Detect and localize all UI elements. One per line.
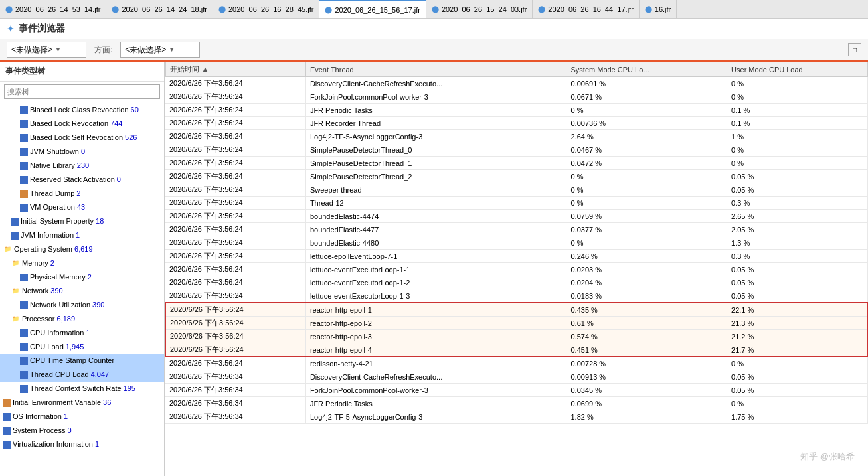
table-row[interactable]: 2020/6/26 下午3:56:24boundedElastic-44800 … <box>165 236 867 250</box>
folder-icon: 📁 <box>11 287 20 296</box>
tab-t4[interactable]: ⬤2020_06_26_15_56_17.jfr <box>319 0 426 19</box>
tab-label: 2020_06_26_15_24_03.jfr <box>442 5 527 13</box>
tree-item-biased-lock-self[interactable]: Biased Lock Self Revocation 526 <box>0 131 164 145</box>
folder-icon: 📁 <box>11 315 20 324</box>
tree-label: System Process <box>13 425 65 436</box>
tab-t1[interactable]: ⬤2020_06_26_14_53_14.jfr <box>0 0 106 19</box>
table-cell-sys_cpu: 0.0472 % <box>566 157 727 170</box>
table-cell-thread: boundedElastic-4474 <box>305 210 566 223</box>
tree-container[interactable]: Biased Lock Class Revocation 60Biased Lo… <box>0 102 164 476</box>
tree-label: Initial Environment Variable <box>13 397 101 408</box>
table-row[interactable]: 2020/6/26 下午3:56:24boundedElastic-44740.… <box>165 210 867 223</box>
table-cell-time: 2020/6/26 下午3:56:24 <box>165 223 305 236</box>
tree-count: 1 <box>95 439 99 450</box>
table-cell-thread: redisson-netty-4-21 <box>305 357 566 370</box>
content-area: 事件类型树 Biased Lock Class Revocation 60Bia… <box>0 62 868 476</box>
tree-item-biased-lock[interactable]: Biased Lock Revocation 744 <box>0 117 164 131</box>
table-row[interactable]: 2020/6/26 下午3:56:34ForkJoinPool.commonPo… <box>165 384 867 397</box>
table-row[interactable]: 2020/6/26 下午3:56:24JFR Recorder Thread0.… <box>165 117 867 130</box>
table-row[interactable]: 2020/6/26 下午3:56:24ForkJoinPool.commonPo… <box>165 90 867 104</box>
table-cell-thread: lettuce-epollEventLoop-7-1 <box>305 250 566 263</box>
table-row[interactable]: 2020/6/26 下午3:56:24SimplePauseDetectorTh… <box>165 143 867 157</box>
table-cell-usr_cpu: 0.05 % <box>727 289 867 303</box>
table-cell-thread: JFR Periodic Tasks <box>305 104 566 117</box>
tab-t7[interactable]: ⬤16.jfr <box>640 0 677 19</box>
tree-item-processor[interactable]: 📁Processor 6,189 <box>0 312 164 326</box>
tree-item-physical-memory[interactable]: Physical Memory 2 <box>0 270 164 284</box>
table-row[interactable]: 2020/6/26 下午3:56:24SimplePauseDetectorTh… <box>165 170 867 183</box>
tab-t2[interactable]: ⬤2020_06_26_14_24_18.jfr <box>106 0 213 19</box>
tree-count: 2 <box>88 272 92 283</box>
leaf-icon <box>20 371 28 379</box>
tree-item-biased-lock-class[interactable]: Biased Lock Class Revocation 60 <box>0 103 164 117</box>
table-row[interactable]: 2020/6/26 下午3:56:24DiscoveryClient-Cache… <box>165 77 867 90</box>
direction-select[interactable]: <未做选择> ▼ <box>120 42 200 58</box>
tab-t6[interactable]: ⬤2020_06_26_16_44_17.jfr <box>533 0 639 19</box>
table-cell-thread: lettuce-eventExecutorLoop-1-3 <box>305 289 566 303</box>
filter-select[interactable]: <未做选择> ▼ <box>7 42 86 58</box>
table-cell-time: 2020/6/26 下午3:56:24 <box>165 236 305 250</box>
table-row[interactable]: 2020/6/26 下午3:56:24boundedElastic-44770.… <box>165 223 867 236</box>
table-row[interactable]: 2020/6/26 下午3:56:24lettuce-eventExecutor… <box>165 289 867 303</box>
table-cell-thread: Sweeper thread <box>305 183 566 197</box>
tree-item-initial-env[interactable]: Initial Environment Variable 36 <box>0 396 164 410</box>
table-cell-sys_cpu: 0.246 % <box>566 250 727 263</box>
col-header-sys_cpu[interactable]: System Mode CPU Lo... <box>566 62 727 77</box>
table-row[interactable]: 2020/6/26 下午3:56:24reactor-http-epoll-10… <box>165 303 867 317</box>
table-row[interactable]: 2020/6/26 下午3:56:24redisson-netty-4-210.… <box>165 357 867 370</box>
table-cell-sys_cpu: 0 % <box>566 183 727 197</box>
tree-item-initial-system[interactable]: Initial System Property 18 <box>0 214 164 228</box>
leaf-icon <box>20 301 28 309</box>
tree-item-network-util[interactable]: Network Utilization 390 <box>0 298 164 312</box>
tree-item-thread-csr[interactable]: Thread Context Switch Rate 195 <box>0 382 164 396</box>
table-cell-thread: JFR Periodic Tasks <box>305 397 566 410</box>
table-row[interactable]: 2020/6/26 下午3:56:24SimplePauseDetectorTh… <box>165 157 867 170</box>
search-box[interactable] <box>4 84 160 99</box>
tree-item-cpu-load[interactable]: CPU Load 1,945 <box>0 340 164 354</box>
tree-item-operating-system[interactable]: 📁Operating System 6,619 <box>0 242 164 256</box>
table-cell-usr_cpu: 21.7 % <box>727 343 867 357</box>
tree-item-cpu-tsc[interactable]: CPU Time Stamp Counter <box>0 354 164 368</box>
tree-item-memory[interactable]: 📁Memory 2 <box>0 256 164 270</box>
table-row[interactable]: 2020/6/26 下午3:56:24lettuce-eventExecutor… <box>165 276 867 289</box>
table-row[interactable]: 2020/6/26 下午3:56:24Thread-120 %0.3 % <box>165 197 867 210</box>
table-row[interactable]: 2020/6/26 下午3:56:24Log4j2-TF-5-AsyncLogg… <box>165 130 867 143</box>
table-row[interactable]: 2020/6/26 下午3:56:24JFR Periodic Tasks0 %… <box>165 104 867 117</box>
tree-item-vm-operation[interactable]: VM Operation 43 <box>0 200 164 214</box>
tree-label: Processor <box>22 313 55 325</box>
leaf-icon <box>20 134 28 142</box>
tree-item-network[interactable]: 📁Network 390 <box>0 284 164 298</box>
col-header-thread[interactable]: Event Thread <box>305 62 566 77</box>
corner-button[interactable]: □ <box>848 43 861 56</box>
tree-item-cpu-info[interactable]: CPU Information 1 <box>0 326 164 340</box>
tree-label: Thread CPU Load <box>30 369 89 380</box>
tree-item-virtualization[interactable]: Virtualization Information 1 <box>0 437 164 451</box>
table-cell-usr_cpu: 21.3 % <box>727 317 867 330</box>
table-row[interactable]: 2020/6/26 下午3:56:24reactor-http-epoll-20… <box>165 317 867 330</box>
col-header-usr_cpu[interactable]: User Mode CPU Load <box>727 62 867 77</box>
table-scroll[interactable]: 开始时间▲Event ThreadSystem Mode CPU Lo...Us… <box>165 62 868 476</box>
table-row[interactable]: 2020/6/26 下午3:56:24reactor-http-epoll-30… <box>165 330 867 343</box>
data-table: 开始时间▲Event ThreadSystem Mode CPU Lo...Us… <box>165 62 868 424</box>
tree-item-thread-cpu-load[interactable]: Thread CPU Load 4,047 <box>0 368 164 382</box>
table-cell-time: 2020/6/26 下午3:56:24 <box>165 90 305 104</box>
tree-item-system-process[interactable]: System Process 0 <box>0 424 164 437</box>
tree-item-jvm-shutdown[interactable]: JVM Shutdown 0 <box>0 145 164 159</box>
search-input[interactable] <box>7 88 157 96</box>
table-row[interactable]: 2020/6/26 下午3:56:24Sweeper thread0 %0.05… <box>165 183 867 197</box>
table-row[interactable]: 2020/6/26 下午3:56:34Log4j2-TF-5-AsyncLogg… <box>165 410 867 424</box>
col-header-time[interactable]: 开始时间▲ <box>165 62 305 77</box>
tree-item-os-info[interactable]: OS Information 1 <box>0 410 164 424</box>
table-row[interactable]: 2020/6/26 下午3:56:34JFR Periodic Tasks0.0… <box>165 397 867 410</box>
table-row[interactable]: 2020/6/26 下午3:56:24lettuce-eventExecutor… <box>165 263 867 276</box>
table-row[interactable]: 2020/6/26 下午3:56:24reactor-http-epoll-40… <box>165 343 867 357</box>
table-cell-sys_cpu: 0.574 % <box>566 330 727 343</box>
table-row[interactable]: 2020/6/26 下午3:56:34DiscoveryClient-Cache… <box>165 370 867 384</box>
tree-item-thread-dump[interactable]: Thread Dump 2 <box>0 187 164 200</box>
tree-item-native-library[interactable]: Native Library 230 <box>0 159 164 173</box>
tab-t3[interactable]: ⬤2020_06_26_16_28_45.jfr <box>213 0 319 19</box>
tree-item-reserved-stack[interactable]: Reserved Stack Activation 0 <box>0 173 164 187</box>
table-row[interactable]: 2020/6/26 下午3:56:24lettuce-epollEventLoo… <box>165 250 867 263</box>
tab-t5[interactable]: ⬤2020_06_26_15_24_03.jfr <box>426 0 533 19</box>
tree-item-jvm-info[interactable]: JVM Information 1 <box>0 228 164 242</box>
